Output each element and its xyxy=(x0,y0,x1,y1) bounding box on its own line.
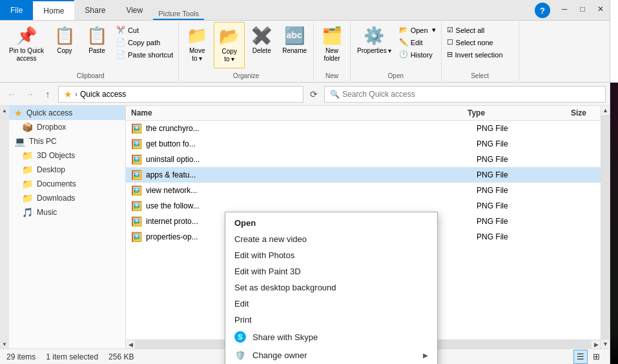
ctx-edit[interactable]: Edit xyxy=(225,296,437,312)
breadcrumb-text: Quick access xyxy=(80,90,126,99)
move-to-icon: 📁 xyxy=(187,26,207,46)
arrow-right-icon: ▶ xyxy=(423,352,428,359)
file-icon: 🖼️ xyxy=(131,154,142,165)
delete-button[interactable]: ✖️ Delete xyxy=(246,22,277,68)
ctx-set-desktop-bg[interactable]: Set as desktop background xyxy=(225,279,437,296)
edit-button[interactable]: ✏️ Edit xyxy=(397,37,438,48)
open-button[interactable]: 📂 Open ▾ xyxy=(397,25,438,35)
search-icon: 🔍 xyxy=(330,90,340,99)
sidebar-item-dropbox[interactable]: 📦 Dropbox xyxy=(9,120,125,134)
col-size-header[interactable]: Size xyxy=(540,107,592,119)
edit-icon: ✏️ xyxy=(399,38,408,46)
file-tab[interactable]: File xyxy=(0,0,33,20)
vscroll-track[interactable] xyxy=(601,115,610,339)
select-none-button[interactable]: ☐ Select none xyxy=(444,37,516,48)
table-row[interactable]: 🖼️ the crunchyro... PNG File xyxy=(126,121,601,136)
file-icon: 🖼️ xyxy=(131,170,142,180)
items-count: 29 items xyxy=(6,352,36,361)
copy-to-button[interactable]: 📂 Copyto ▾ xyxy=(214,22,245,68)
search-input[interactable] xyxy=(342,90,600,99)
copy-path-button[interactable]: 📄 Copy path xyxy=(114,37,176,48)
vscroll-up-button[interactable]: ▲ xyxy=(601,106,610,115)
sidebar-scroll-up[interactable]: ▲ xyxy=(0,106,9,115)
vscroll-down-button[interactable]: ▼ xyxy=(601,339,610,349)
history-button[interactable]: 🕐 History xyxy=(397,49,438,60)
sidebar-item-music[interactable]: 🎵 Music xyxy=(9,205,125,219)
file-icon: 🖼️ xyxy=(131,232,142,242)
share-tab[interactable]: Share xyxy=(74,0,116,20)
sidebar-item-desktop[interactable]: 📁 Desktop xyxy=(9,163,125,177)
hscroll-right-button[interactable]: ▶ xyxy=(592,340,601,349)
table-row[interactable]: 🖼️ uninstall optio... PNG File xyxy=(126,152,601,167)
select-none-icon: ☐ xyxy=(447,38,453,46)
ctx-share-skype[interactable]: S Share with Skype xyxy=(225,328,437,346)
search-box: 🔍 xyxy=(324,86,606,103)
sidebar-item-documents[interactable]: 📁 Documents xyxy=(9,177,125,191)
details-view-button[interactable]: ☰ xyxy=(573,350,588,364)
open-label: Open xyxy=(351,72,441,79)
up-button[interactable]: ↑ xyxy=(40,86,56,102)
invert-selection-icon: ⊟ xyxy=(447,50,453,59)
copy-button[interactable]: 📋 Copy xyxy=(49,22,80,68)
help-button[interactable]: ? xyxy=(535,3,550,18)
table-row[interactable]: 🖼️ apps & featu... PNG File xyxy=(126,167,601,183)
ctx-edit-with-photos[interactable]: Edit with Photos xyxy=(225,247,437,263)
maximize-button[interactable]: □ xyxy=(573,0,592,18)
close-button[interactable]: ✕ xyxy=(592,0,610,18)
col-type-header[interactable]: Type xyxy=(462,107,540,119)
paste-button[interactable]: 📋 Paste xyxy=(81,22,112,68)
breadcrumb-star-icon: ★ xyxy=(64,89,72,99)
sidebar-item-downloads[interactable]: 📁 Downloads xyxy=(9,191,125,205)
select-all-button[interactable]: ☑ Select all xyxy=(444,25,516,35)
quick-access-icon: ★ xyxy=(14,108,23,118)
view-tab[interactable]: View xyxy=(116,0,153,20)
file-icon: 🖼️ xyxy=(131,201,142,211)
pin-to-quick-access-button[interactable]: 📌 Pin to Quickaccess xyxy=(5,22,48,68)
properties-button[interactable]: ⚙️ Properties ▾ xyxy=(353,22,395,68)
ctx-print[interactable]: Print xyxy=(225,312,437,328)
open-icon: 📂 xyxy=(399,26,408,34)
ctx-change-owner[interactable]: 🛡️ Change owner ▶ xyxy=(225,346,437,364)
sidebar-scroll-down[interactable]: ▼ xyxy=(0,339,9,349)
file-icon: 🖼️ xyxy=(131,216,142,227)
ctx-create-new-video[interactable]: Create a new video xyxy=(225,231,437,247)
large-icons-view-button[interactable]: ⊞ xyxy=(589,350,603,364)
rename-button[interactable]: 🔤 Rename xyxy=(278,22,311,68)
sidebar-item-quick-access[interactable]: ★ Quick access xyxy=(9,106,125,120)
table-row[interactable]: 🖼️ view network... PNG File xyxy=(126,183,601,198)
copy-path-icon: 📄 xyxy=(116,38,125,46)
table-row[interactable]: 🖼️ get button fo... PNG File xyxy=(126,136,601,152)
home-tab[interactable]: Home xyxy=(33,0,74,20)
context-menu: Open Create a new video Edit with Photos… xyxy=(225,212,438,364)
desktop-icon: 📁 xyxy=(22,165,33,175)
ctx-edit-with-paint3d[interactable]: Edit with Paint 3D xyxy=(225,263,437,279)
forward-button[interactable]: → xyxy=(22,86,37,102)
selected-count: 1 item selected xyxy=(46,352,98,361)
sidebar-item-3d-objects[interactable]: 📁 3D Objects xyxy=(9,148,125,163)
file-icon: 🖼️ xyxy=(131,139,142,149)
cut-icon: ✂️ xyxy=(116,26,125,34)
new-folder-button[interactable]: 🗂️ Newfolder xyxy=(316,22,347,68)
minimize-button[interactable]: ─ xyxy=(555,0,573,18)
ctx-open[interactable]: Open xyxy=(225,215,437,231)
col-name-header[interactable]: Name xyxy=(126,107,462,119)
hscroll-left-button[interactable]: ◀ xyxy=(126,340,135,349)
paste-icon: 📋 xyxy=(87,26,107,46)
paste-shortcut-icon: 📄 xyxy=(116,50,125,59)
sidebar-item-this-pc[interactable]: 💻 This PC xyxy=(9,134,125,148)
back-button[interactable]: ← xyxy=(4,86,19,102)
shield-icon: 🛡️ xyxy=(234,349,246,361)
organize-label: Organize xyxy=(179,72,313,79)
invert-selection-button[interactable]: ⊟ Invert selection xyxy=(444,49,516,60)
refresh-button[interactable]: ⟳ xyxy=(306,86,322,102)
cut-button[interactable]: ✂️ Cut xyxy=(114,25,176,35)
copy-to-icon: 📂 xyxy=(219,26,240,46)
move-to-button[interactable]: 📁 Moveto ▾ xyxy=(181,22,212,68)
breadcrumb: ★ › Quick access xyxy=(58,86,304,103)
new-folder-icon: 🗂️ xyxy=(322,26,342,46)
file-icon: 🖼️ xyxy=(131,123,142,134)
file-list-header: Name Type Size xyxy=(126,106,601,121)
skype-icon: S xyxy=(234,331,246,343)
paste-shortcut-button[interactable]: 📄 Paste shortcut xyxy=(114,49,176,60)
selected-size: 256 KB xyxy=(108,352,134,361)
